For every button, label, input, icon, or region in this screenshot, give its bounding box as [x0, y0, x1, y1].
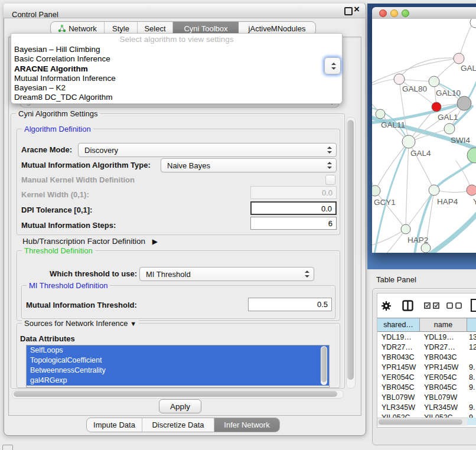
data-attribute-item[interactable]: BetweennessCentrality	[27, 366, 329, 376]
network-node-gal80[interactable]	[394, 74, 405, 84]
table-row[interactable]: YPR145WYPR145W9.	[377, 363, 476, 373]
tab-infer-network[interactable]: Infer Network	[214, 418, 279, 432]
column-header-shared[interactable]: shared…	[377, 318, 420, 331]
table-row[interactable]: YBR043CYBR043C	[377, 353, 476, 363]
sources-title[interactable]: Sources for Network Inference ▼	[22, 319, 139, 328]
network-node-hap4[interactable]	[429, 185, 439, 195]
network-canvas[interactable]: GALGAL80GAL10GAL1GAL11SWI4GAL4GCY1HAP4YH…	[372, 19, 476, 253]
network-node-gal10[interactable]	[429, 76, 439, 87]
control-panel-titlebar[interactable]: Control Panel	[4, 4, 365, 18]
mi-type-combo[interactable]: Naive Bayes	[161, 158, 337, 172]
columns-icon[interactable]	[402, 300, 413, 311]
table-cell: YPR145W	[377, 363, 420, 373]
network-edge[interactable]	[372, 58, 459, 84]
network-edge[interactable]	[375, 191, 406, 229]
network-window-titlebar[interactable]	[372, 7, 476, 19]
data-attribute-item[interactable]: gal4RGexp	[27, 376, 329, 386]
algorithm-dropdown-hint: Select algorithm to view settings	[11, 34, 342, 45]
attr-list-scrollbar[interactable]	[321, 346, 327, 385]
aracne-mode-value: Discovery	[84, 146, 118, 155]
network-node-gal1[interactable]	[432, 102, 441, 112]
table-cell: YBR045C	[377, 383, 420, 393]
network-edge[interactable]	[406, 190, 434, 229]
network-node[interactable]	[467, 148, 476, 163]
which-threshold-combo[interactable]: MI Threshold	[139, 267, 314, 281]
dpi-tolerance-field[interactable]: 0.0	[250, 201, 337, 215]
network-node[interactable]	[421, 243, 431, 253]
algorithm-option[interactable]: Bayesian – K2	[11, 83, 342, 93]
manual-kernel-checkbox[interactable]	[325, 175, 335, 185]
close-icon[interactable]: ×	[354, 4, 360, 15]
tab-label: jActiveMNodules	[249, 24, 306, 33]
mi-threshold-title: MI Threshold Definition	[27, 281, 110, 290]
deselect-all-icon[interactable]	[446, 302, 462, 309]
focused-combo-fragment[interactable]	[324, 57, 341, 74]
table-panel-inner: shared…nameA YDL19…YDL19…13YDR27…YDR27…1…	[377, 293, 476, 428]
minimized-panel-icon[interactable]	[2, 445, 13, 450]
network-node-label: GAL1	[438, 113, 458, 122]
table-toolbar	[377, 294, 476, 318]
zoom-traffic-icon[interactable]	[402, 9, 409, 17]
table-cell: YBR045C	[420, 383, 467, 393]
network-edge[interactable]	[428, 213, 476, 253]
control-panel-title: Control Panel	[12, 10, 58, 19]
mi-threshold-field[interactable]: 0.5	[248, 298, 332, 311]
mi-steps-field[interactable]: 6	[250, 217, 337, 230]
tab-discretize-data[interactable]: Discretize Data	[142, 418, 214, 432]
algorithm-option[interactable]: Basic Correlation Inference	[11, 54, 342, 64]
aracne-mode-combo[interactable]: Discovery	[78, 143, 337, 157]
hub-section-toggle[interactable]: Hub/Transcription Factor Definition ▶	[22, 237, 158, 246]
network-node[interactable]	[457, 96, 471, 110]
network-node-gcy1[interactable]	[372, 185, 380, 196]
network-edge[interactable]	[434, 190, 472, 193]
chevron-updown-icon	[305, 270, 309, 278]
table-row[interactable]: YBL079WYBL079W	[377, 393, 476, 403]
column-header-a[interactable]: A	[467, 318, 476, 331]
network-node-gal11[interactable]	[376, 109, 385, 119]
select-all-icon[interactable]	[424, 302, 440, 309]
close-traffic-icon[interactable]	[379, 9, 387, 17]
network-edge[interactable]	[399, 58, 459, 79]
algorithm-option[interactable]: ARACNE Algorithm	[11, 64, 342, 74]
chevron-updown-icon	[327, 146, 331, 154]
hub-section-label: Hub/Transcription Factor Definition	[22, 237, 145, 246]
table-row[interactable]: YLR345WYLR345W9.	[377, 403, 476, 413]
network-node-label: GAL80	[402, 84, 427, 93]
data-attribute-item[interactable]: SelfLoops	[27, 345, 329, 356]
table-body: YDL19…YDL19…13YDR27…YDR27…12YBR043CYBR04…	[377, 332, 476, 418]
kernel-width-field[interactable]: 0.0	[250, 186, 337, 199]
network-node-gal4[interactable]	[402, 135, 415, 148]
network-node-hap2[interactable]	[401, 224, 410, 234]
data-attribute-item[interactable]: TopologicalCoefficient	[27, 356, 329, 366]
network-edge[interactable]	[459, 21, 474, 58]
data-attributes-label: Data Attributes	[20, 334, 75, 343]
table-row[interactable]: YIL052CYIL052C9	[377, 413, 476, 418]
settings-vertical-scrollbar[interactable]	[346, 117, 356, 389]
network-node-label: HAP4	[437, 197, 458, 206]
network-node-swi4[interactable]	[444, 123, 455, 134]
settings-horizontal-scrollbar[interactable]	[12, 390, 344, 399]
network-node-gal[interactable]	[454, 53, 464, 64]
table-cell: YBR043C	[377, 353, 420, 363]
network-edge[interactable]	[374, 142, 409, 253]
minimize-traffic-icon[interactable]	[390, 9, 398, 17]
column-header-name[interactable]: name	[420, 318, 467, 331]
algorithm-option[interactable]: Bayesian – Hill Climbing	[11, 45, 342, 54]
apply-button[interactable]: Apply	[159, 399, 201, 413]
document-icon[interactable]	[470, 298, 476, 312]
data-attributes-list[interactable]: SelfLoopsTopologicalCoefficientBetweenne…	[26, 345, 330, 387]
table-cell	[467, 353, 476, 363]
algorithm-option[interactable]: Dream8 DC_TDC Algorithm	[11, 93, 342, 102]
network-edge[interactable]	[406, 142, 409, 229]
gear-icon[interactable]	[381, 301, 392, 311]
table-row[interactable]: YER054CYER054C8.	[377, 373, 476, 383]
table-row[interactable]: YDR27…YDR27…12	[377, 343, 476, 353]
float-window-icon[interactable]	[344, 7, 353, 15]
table-row[interactable]: YBR045CYBR045C9.	[377, 383, 476, 393]
table-cell: YDL19…	[420, 332, 467, 343]
algorithm-option[interactable]: Mutual Information Inference	[11, 74, 342, 83]
network-node-y[interactable]	[467, 185, 476, 195]
table-horizontal-scrollbar[interactable]	[377, 418, 467, 426]
table-row[interactable]: YDL19…YDL19…13	[377, 332, 476, 343]
tab-impute-data[interactable]: Impute Data	[87, 418, 142, 432]
